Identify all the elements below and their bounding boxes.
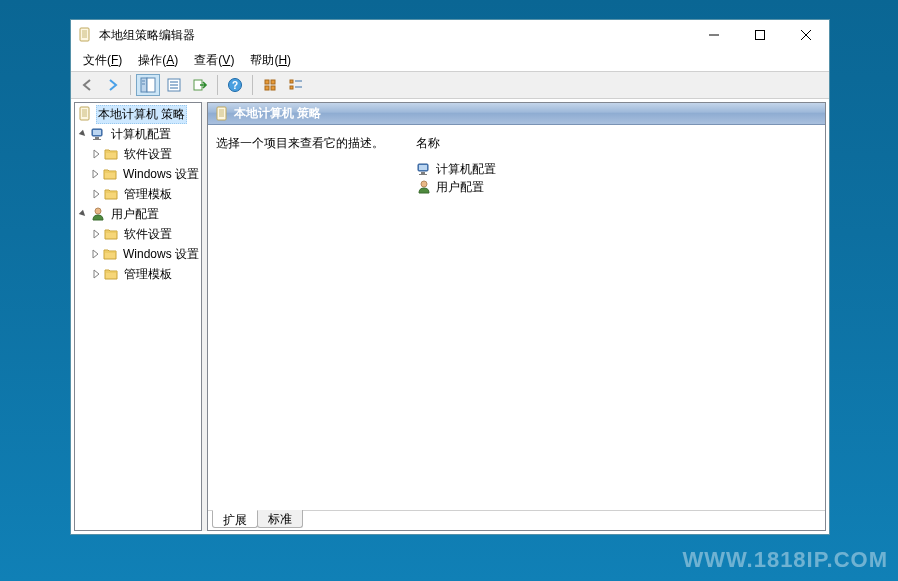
menu-help[interactable]: 帮助(H): [242, 50, 299, 71]
description-column: 选择一个项目来查看它的描述。: [216, 135, 416, 500]
document-icon: [77, 106, 93, 122]
export-button[interactable]: [188, 74, 212, 96]
tree-root[interactable]: 本地计算机 策略: [75, 104, 201, 124]
user-icon: [90, 206, 106, 222]
tree-label: 本地计算机 策略: [96, 105, 187, 124]
content-body: 选择一个项目来查看它的描述。 名称 计算机配置 用户配置: [208, 125, 825, 510]
menu-file[interactable]: 文件(F): [75, 50, 130, 71]
tab-extended[interactable]: 扩展: [212, 510, 258, 528]
folder-icon: [102, 246, 118, 262]
toolbar-separator: [217, 75, 218, 95]
content-pane: 本地计算机 策略 选择一个项目来查看它的描述。 名称 计算机配置 用户配置: [207, 102, 826, 531]
view-large-button[interactable]: [258, 74, 282, 96]
expand-icon[interactable]: [89, 168, 101, 180]
expand-icon[interactable]: [90, 188, 102, 200]
list-item-computer[interactable]: 计算机配置: [416, 160, 817, 178]
app-icon: [77, 27, 93, 43]
collapse-icon[interactable]: [77, 208, 89, 220]
toolbar: [71, 71, 829, 99]
tree-label: 管理模板: [122, 266, 174, 283]
close-button[interactable]: [783, 20, 829, 50]
folder-icon: [103, 146, 119, 162]
description-prompt: 选择一个项目来查看它的描述。: [216, 135, 406, 152]
svg-rect-30: [756, 31, 765, 40]
folder-icon: [102, 166, 118, 182]
tree-computer-config[interactable]: 计算机配置: [75, 124, 201, 144]
tree-computer-windows[interactable]: Windows 设置: [75, 164, 201, 184]
tree-user-software[interactable]: 软件设置: [75, 224, 201, 244]
user-icon: [416, 179, 432, 195]
toolbar-separator: [252, 75, 253, 95]
titlebar: 本地组策略编辑器: [71, 20, 829, 50]
folder-icon: [103, 186, 119, 202]
back-button[interactable]: [75, 74, 99, 96]
expand-icon[interactable]: [89, 248, 101, 260]
folder-icon: [103, 266, 119, 282]
toggle-tree-button[interactable]: [136, 74, 160, 96]
content-header: 本地计算机 策略: [208, 103, 825, 125]
list-column: 名称 计算机配置 用户配置: [416, 135, 817, 500]
list-item-label: 用户配置: [436, 179, 484, 196]
menu-view[interactable]: 查看(V): [186, 50, 242, 71]
list-item-label: 计算机配置: [436, 161, 496, 178]
tree-user-windows[interactable]: Windows 设置: [75, 244, 201, 264]
forward-button[interactable]: [101, 74, 125, 96]
expand-icon[interactable]: [90, 148, 102, 160]
tree-computer-software[interactable]: 软件设置: [75, 144, 201, 164]
tree-label: 软件设置: [122, 146, 174, 163]
window-title: 本地组策略编辑器: [99, 27, 691, 44]
minimize-button[interactable]: [691, 20, 737, 50]
column-header-name[interactable]: 名称: [416, 135, 817, 152]
body: 本地计算机 策略 计算机配置 软件设置 Windows 设置: [74, 102, 826, 531]
collapse-icon[interactable]: [77, 128, 89, 140]
content-tabs: 扩展 标准: [208, 510, 825, 530]
app-window: 本地组策略编辑器 文件(F) 操作(A) 查看(V) 帮助(H): [70, 19, 830, 535]
toolbar-separator: [130, 75, 131, 95]
tree-label: 用户配置: [109, 206, 161, 223]
tree-label: 管理模板: [122, 186, 174, 203]
content-title: 本地计算机 策略: [230, 105, 321, 122]
tree-user-config[interactable]: 用户配置: [75, 204, 201, 224]
tree-label: Windows 设置: [121, 246, 201, 263]
view-details-button[interactable]: [284, 74, 308, 96]
tree-user-templates[interactable]: 管理模板: [75, 264, 201, 284]
watermark: WWW.1818IP.COM: [682, 547, 888, 573]
tree-pane: 本地计算机 策略 计算机配置 软件设置 Windows 设置: [74, 102, 202, 531]
computer-icon: [90, 126, 106, 142]
expand-icon[interactable]: [90, 268, 102, 280]
help-button[interactable]: [223, 74, 247, 96]
menu-action[interactable]: 操作(A): [130, 50, 186, 71]
expand-icon[interactable]: [90, 228, 102, 240]
tree-label: Windows 设置: [121, 166, 201, 183]
folder-icon: [103, 226, 119, 242]
menubar: 文件(F) 操作(A) 查看(V) 帮助(H): [71, 50, 829, 71]
properties-button[interactable]: [162, 74, 186, 96]
tab-standard[interactable]: 标准: [257, 510, 303, 528]
document-icon: [214, 106, 230, 122]
tree-label: 计算机配置: [109, 126, 173, 143]
computer-icon: [416, 161, 432, 177]
tree-computer-templates[interactable]: 管理模板: [75, 184, 201, 204]
maximize-button[interactable]: [737, 20, 783, 50]
tree-label: 软件设置: [122, 226, 174, 243]
list-item-user[interactable]: 用户配置: [416, 178, 817, 196]
